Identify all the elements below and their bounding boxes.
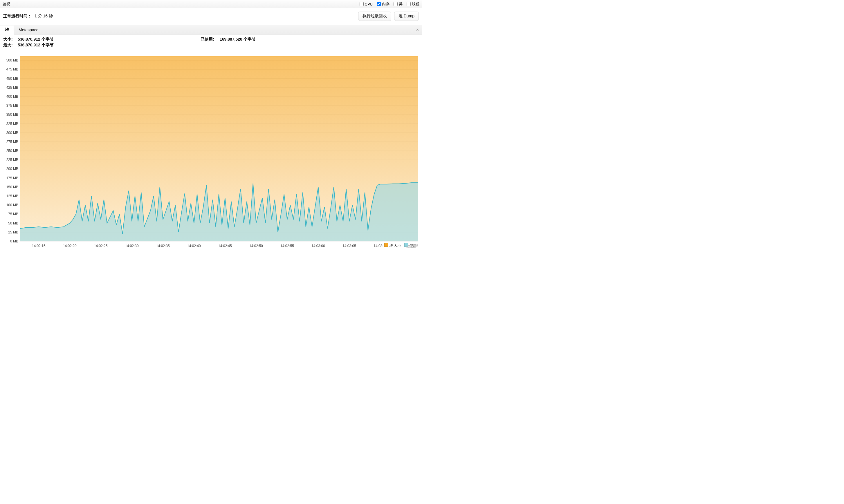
check-threads-label: 线程	[412, 1, 419, 7]
check-memory[interactable]: 内存	[377, 1, 390, 7]
svg-text:14:02:50: 14:02:50	[249, 244, 263, 248]
check-classes-label: 类	[399, 1, 402, 7]
heap-stats: 大小: 536,870,912 个字节 最大: 536,870,912 个字节 …	[0, 35, 422, 50]
svg-text:150 MB: 150 MB	[6, 185, 18, 189]
heap-chart: 0 MB25 MB50 MB75 MB100 MB125 MB150 MB175…	[3, 50, 419, 249]
svg-text:325 MB: 325 MB	[6, 122, 18, 126]
legend-size-label: 堆 大小	[390, 244, 401, 248]
svg-text:400 MB: 400 MB	[6, 94, 18, 98]
check-cpu[interactable]: CPU	[360, 2, 373, 6]
monitor-title: 监视	[3, 1, 10, 7]
svg-text:75 MB: 75 MB	[8, 212, 18, 216]
svg-text:14:02:20: 14:02:20	[63, 244, 76, 248]
stat-max-value: 536,870,912 个字节	[18, 43, 54, 48]
heap-dump-button[interactable]: 堆 Dump	[394, 12, 419, 21]
svg-text:175 MB: 175 MB	[6, 176, 18, 180]
check-classes-box[interactable]	[394, 2, 398, 6]
heap-chart-svg: 0 MB25 MB50 MB75 MB100 MB125 MB150 MB175…	[3, 50, 419, 249]
check-classes[interactable]: 类	[394, 1, 402, 7]
svg-text:425 MB: 425 MB	[6, 86, 18, 90]
uptime-label: 正常运行时间：	[3, 14, 32, 18]
svg-text:100 MB: 100 MB	[6, 203, 18, 207]
check-memory-label: 内存	[382, 1, 390, 7]
legend-size-swatch	[384, 243, 388, 247]
svg-text:300 MB: 300 MB	[6, 131, 18, 135]
check-cpu-box[interactable]	[360, 2, 364, 6]
svg-text:475 MB: 475 MB	[6, 67, 18, 71]
svg-text:14:02:30: 14:02:30	[125, 244, 139, 248]
svg-text:200 MB: 200 MB	[6, 167, 18, 171]
tab-close-icon[interactable]: ×	[413, 27, 422, 33]
gc-button[interactable]: 执行垃圾回收	[358, 12, 391, 21]
svg-text:275 MB: 275 MB	[6, 140, 18, 144]
svg-text:225 MB: 225 MB	[6, 158, 18, 162]
stat-size-value: 536,870,912 个字节	[18, 37, 54, 42]
check-memory-box[interactable]	[377, 2, 381, 6]
svg-text:14:02:35: 14:02:35	[156, 244, 170, 248]
svg-text:250 MB: 250 MB	[6, 149, 18, 153]
check-cpu-label: CPU	[365, 2, 373, 6]
svg-text:14:02:55: 14:02:55	[280, 244, 294, 248]
svg-text:450 MB: 450 MB	[6, 76, 18, 80]
stat-max-label: 最大:	[3, 43, 16, 48]
monitor-type-checks: CPU 内存 类 线程	[360, 1, 419, 7]
tab-metaspace[interactable]: Metaspace	[14, 26, 43, 34]
svg-text:14:02:40: 14:02:40	[187, 244, 201, 248]
stat-size-label: 大小:	[3, 37, 16, 42]
svg-text:14:03:00: 14:03:00	[311, 244, 325, 248]
svg-text:14:03:05: 14:03:05	[343, 244, 356, 248]
watermark: 亿速云	[406, 244, 416, 249]
svg-text:350 MB: 350 MB	[6, 112, 18, 116]
svg-text:125 MB: 125 MB	[6, 194, 18, 198]
svg-text:500 MB: 500 MB	[6, 58, 18, 62]
stat-used-label: 已使用:	[201, 37, 218, 42]
svg-text:14:02:15: 14:02:15	[32, 244, 46, 248]
uptime-value: 1 分 16 秒	[35, 14, 53, 18]
check-threads-box[interactable]	[407, 2, 411, 6]
stat-used-value: 169,887,520 个字节	[220, 37, 256, 42]
svg-text:0 MB: 0 MB	[10, 239, 18, 243]
uptime-row: 正常运行时间： 1 分 16 秒 执行垃圾回收 堆 Dump	[0, 8, 422, 25]
svg-text:375 MB: 375 MB	[6, 104, 18, 108]
svg-text:14:02:25: 14:02:25	[94, 244, 108, 248]
monitor-header: 监视 CPU 内存 类 线程	[0, 0, 422, 8]
tab-heap[interactable]: 堆	[0, 25, 14, 35]
svg-text:50 MB: 50 MB	[8, 221, 18, 225]
svg-text:25 MB: 25 MB	[8, 230, 18, 234]
svg-text:14:02:45: 14:02:45	[218, 244, 232, 248]
heap-tabs: 堆 Metaspace ×	[0, 25, 422, 35]
check-threads[interactable]: 线程	[407, 1, 419, 7]
